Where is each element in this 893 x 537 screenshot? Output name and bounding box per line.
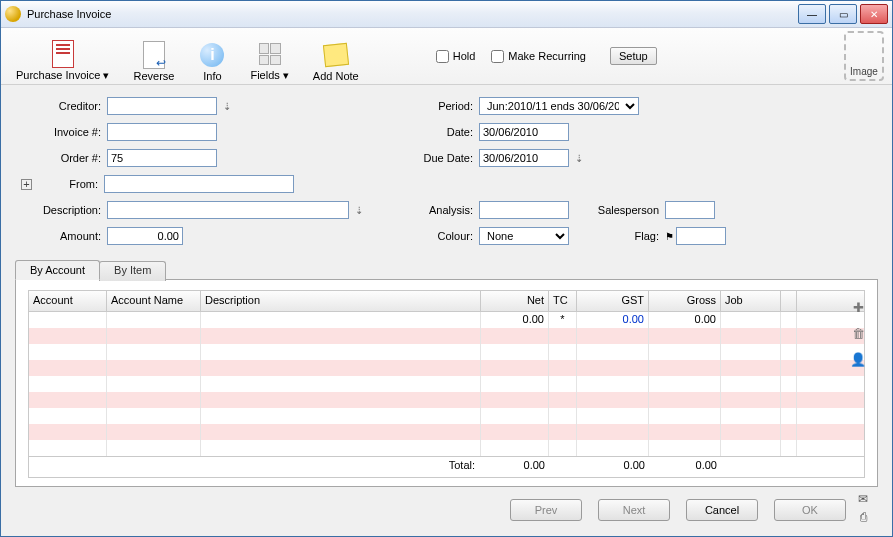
from-label: From:	[36, 178, 104, 190]
add-row-icon[interactable]: ✚	[850, 299, 866, 315]
grid-row[interactable]	[29, 408, 864, 424]
lines-grid: Account Account Name Description Net TC …	[28, 290, 865, 478]
titlebar: Purchase Invoice — ▭ ✕	[1, 1, 892, 28]
setup-button[interactable]: Setup	[610, 47, 657, 65]
invoice-icon	[52, 40, 74, 68]
col-tc[interactable]: TC	[549, 291, 577, 311]
due-date-lookup-icon[interactable]: ⇣	[575, 153, 583, 164]
email-icon[interactable]: ✉	[856, 492, 870, 506]
reverse-button[interactable]: Reverse	[126, 27, 181, 85]
col-account-name[interactable]: Account Name	[107, 291, 201, 311]
purchase-invoice-button[interactable]: Purchase Invoice ▾	[9, 27, 116, 85]
purchase-invoice-window: Purchase Invoice — ▭ ✕ Purchase Invoice …	[0, 0, 893, 537]
amount-input[interactable]	[107, 227, 183, 245]
from-input[interactable]	[104, 175, 294, 193]
tab-by-account[interactable]: By Account	[15, 260, 100, 280]
grid-header: Account Account Name Description Net TC …	[29, 291, 864, 312]
due-date-input[interactable]	[479, 149, 569, 167]
window-title: Purchase Invoice	[27, 8, 798, 20]
total-label: Total:	[29, 457, 481, 477]
ok-button[interactable]: OK	[774, 499, 846, 521]
description-input[interactable]	[107, 201, 349, 219]
description-expand-icon[interactable]: ⇣	[355, 205, 363, 216]
cell-gross[interactable]: 0.00	[649, 312, 721, 328]
invoice-no-label: Invoice #:	[21, 126, 107, 138]
salesperson-label: Salesperson	[569, 204, 665, 216]
user-icon[interactable]: 👤	[850, 351, 866, 367]
grid-side-tools: ✚ 🗑 👤	[850, 299, 866, 367]
app-icon	[5, 6, 21, 22]
period-select[interactable]: Jun:2010/11 ends 30/06/2010	[479, 97, 639, 115]
due-date-label: Due Date:	[403, 152, 479, 164]
window-controls: — ▭ ✕	[798, 4, 888, 24]
grid-row[interactable]	[29, 344, 864, 360]
info-label: Info	[203, 70, 221, 82]
fields-button[interactable]: Fields ▾	[243, 27, 295, 85]
period-label: Period:	[403, 100, 479, 112]
make-recurring-checkbox[interactable]: Make Recurring	[491, 50, 586, 63]
col-gst[interactable]: GST	[577, 291, 649, 311]
col-gross[interactable]: Gross	[649, 291, 721, 311]
flag-input[interactable]	[676, 227, 726, 245]
creditor-input[interactable]	[107, 97, 217, 115]
add-note-label: Add Note	[313, 70, 359, 82]
grid-row[interactable]	[29, 440, 864, 456]
grid-row[interactable]	[29, 376, 864, 392]
order-no-input[interactable]	[107, 149, 217, 167]
lookup-icon[interactable]: ⇣	[223, 101, 231, 112]
minimize-button[interactable]: —	[798, 4, 826, 24]
fields-icon	[259, 43, 281, 65]
fields-label: Fields	[250, 69, 279, 81]
cancel-button[interactable]: Cancel	[686, 499, 758, 521]
toolbar: Purchase Invoice ▾ Reverse i Info Fields…	[1, 28, 892, 85]
add-note-button[interactable]: Add Note	[306, 27, 366, 85]
grid-row[interactable]	[29, 392, 864, 408]
note-icon	[323, 43, 349, 67]
grid-footer: Total: 0.00 0.00 0.00	[29, 456, 864, 477]
image-dropzone[interactable]: Image	[844, 31, 884, 81]
corner-tools: ✉ ⎙	[856, 492, 870, 524]
prev-button[interactable]: Prev	[510, 499, 582, 521]
cell-gst[interactable]: 0.00	[577, 312, 649, 328]
reverse-icon	[143, 41, 165, 69]
flag-label: Flag:	[569, 230, 665, 242]
info-icon: i	[200, 43, 224, 67]
close-button[interactable]: ✕	[860, 4, 888, 24]
make-recurring-label: Make Recurring	[508, 50, 586, 62]
print-icon[interactable]: ⎙	[856, 510, 870, 524]
grid-row[interactable]	[29, 360, 864, 376]
flag-icon: ⚑	[665, 231, 674, 242]
reverse-label: Reverse	[133, 70, 174, 82]
image-label: Image	[850, 66, 878, 77]
hold-checkbox[interactable]: Hold	[436, 50, 476, 63]
order-no-label: Order #:	[21, 152, 107, 164]
date-label: Date:	[403, 126, 479, 138]
info-button[interactable]: i Info	[191, 27, 233, 85]
cell-tc[interactable]: *	[549, 312, 577, 328]
colour-select[interactable]: None	[479, 227, 569, 245]
cell-net[interactable]: 0.00	[481, 312, 549, 328]
grid-row[interactable]	[29, 328, 864, 344]
amount-label: Amount:	[21, 230, 107, 242]
grid-row[interactable]: 0.00 * 0.00 0.00	[29, 312, 864, 328]
colour-label: Colour:	[403, 230, 479, 242]
tab-by-item[interactable]: By Item	[99, 261, 166, 281]
purchase-invoice-label: Purchase Invoice	[16, 69, 100, 81]
grid-body[interactable]: 0.00 * 0.00 0.00	[29, 312, 864, 456]
grid-row[interactable]	[29, 424, 864, 440]
col-account[interactable]: Account	[29, 291, 107, 311]
analysis-label: Analysis:	[403, 204, 479, 216]
total-gross: 0.00	[649, 457, 721, 477]
col-description[interactable]: Description	[201, 291, 481, 311]
analysis-input[interactable]	[479, 201, 569, 219]
col-job[interactable]: Job	[721, 291, 781, 311]
maximize-button[interactable]: ▭	[829, 4, 857, 24]
col-net[interactable]: Net	[481, 291, 549, 311]
col-scroll	[781, 291, 797, 311]
salesperson-input[interactable]	[665, 201, 715, 219]
next-button[interactable]: Next	[598, 499, 670, 521]
date-input[interactable]	[479, 123, 569, 141]
delete-row-icon[interactable]: 🗑	[850, 325, 866, 341]
expand-icon[interactable]: +	[21, 179, 32, 190]
invoice-no-input[interactable]	[107, 123, 217, 141]
